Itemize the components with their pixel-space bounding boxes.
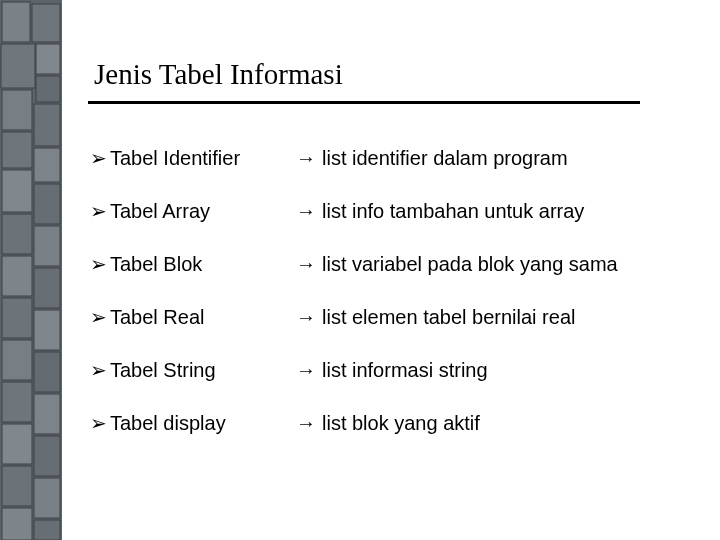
row-label: Tabel String bbox=[110, 359, 296, 382]
list-item: ➢ Tabel Real → list elemen tabel bernila… bbox=[90, 305, 692, 329]
stone-wall-svg bbox=[0, 0, 62, 540]
svg-rect-18 bbox=[2, 340, 32, 380]
row-label: Tabel Blok bbox=[110, 253, 296, 276]
bullet-icon: ➢ bbox=[90, 252, 110, 276]
arrow-icon: → bbox=[296, 412, 322, 435]
list-item: ➢ Tabel Identifier → list identifier dal… bbox=[90, 146, 692, 170]
arrow-icon: → bbox=[296, 147, 322, 170]
svg-rect-13 bbox=[34, 226, 60, 266]
bullet-icon: ➢ bbox=[90, 411, 110, 435]
svg-rect-3 bbox=[1, 44, 35, 88]
svg-rect-24 bbox=[2, 466, 32, 506]
svg-rect-10 bbox=[2, 170, 32, 212]
arrow-icon: → bbox=[296, 200, 322, 223]
svg-rect-15 bbox=[34, 268, 60, 308]
row-desc: list blok yang aktif bbox=[322, 412, 692, 435]
row-desc: list identifier dalam program bbox=[322, 147, 692, 170]
bullet-icon: ➢ bbox=[90, 358, 110, 382]
slide-title: Jenis Tabel Informasi bbox=[94, 58, 692, 97]
svg-rect-17 bbox=[34, 310, 60, 350]
row-label: Tabel Array bbox=[110, 200, 296, 223]
list-item: ➢ Tabel Array → list info tambahan untuk… bbox=[90, 199, 692, 223]
svg-rect-12 bbox=[2, 214, 32, 254]
table-rows: ➢ Tabel Identifier → list identifier dal… bbox=[90, 146, 692, 435]
svg-rect-5 bbox=[36, 76, 60, 102]
svg-rect-14 bbox=[2, 256, 32, 296]
row-label: Tabel display bbox=[110, 412, 296, 435]
svg-rect-21 bbox=[34, 394, 60, 434]
svg-rect-16 bbox=[2, 298, 32, 338]
arrow-icon: → bbox=[296, 306, 322, 329]
svg-rect-23 bbox=[34, 436, 60, 476]
row-desc: list informasi string bbox=[322, 359, 692, 382]
bullet-icon: ➢ bbox=[90, 305, 110, 329]
svg-rect-2 bbox=[32, 4, 60, 42]
svg-rect-19 bbox=[34, 352, 60, 392]
list-item: ➢ Tabel String → list informasi string bbox=[90, 358, 692, 382]
svg-rect-9 bbox=[34, 148, 60, 182]
row-label: Tabel Real bbox=[110, 306, 296, 329]
svg-rect-4 bbox=[36, 44, 60, 74]
svg-rect-6 bbox=[2, 90, 32, 130]
row-desc: list variabel pada blok yang sama bbox=[322, 253, 692, 276]
svg-rect-26 bbox=[2, 508, 32, 540]
slide-content: Jenis Tabel Informasi ➢ Tabel Identifier… bbox=[62, 0, 720, 540]
svg-rect-11 bbox=[34, 184, 60, 224]
row-desc: list info tambahan untuk array bbox=[322, 200, 692, 223]
svg-rect-22 bbox=[2, 424, 32, 464]
bullet-icon: ➢ bbox=[90, 199, 110, 223]
list-item: ➢ Tabel display → list blok yang aktif bbox=[90, 411, 692, 435]
row-label: Tabel Identifier bbox=[110, 147, 296, 170]
svg-rect-8 bbox=[2, 132, 32, 168]
svg-rect-20 bbox=[2, 382, 32, 422]
bullet-icon: ➢ bbox=[90, 146, 110, 170]
svg-rect-1 bbox=[2, 2, 30, 42]
svg-rect-27 bbox=[34, 520, 60, 540]
sidebar-stone-texture bbox=[0, 0, 62, 540]
title-underline bbox=[88, 101, 640, 104]
list-item: ➢ Tabel Blok → list variabel pada blok y… bbox=[90, 252, 692, 276]
svg-rect-7 bbox=[34, 104, 60, 146]
arrow-icon: → bbox=[296, 253, 322, 276]
row-desc: list elemen tabel bernilai real bbox=[322, 306, 692, 329]
arrow-icon: → bbox=[296, 359, 322, 382]
svg-rect-25 bbox=[34, 478, 60, 518]
